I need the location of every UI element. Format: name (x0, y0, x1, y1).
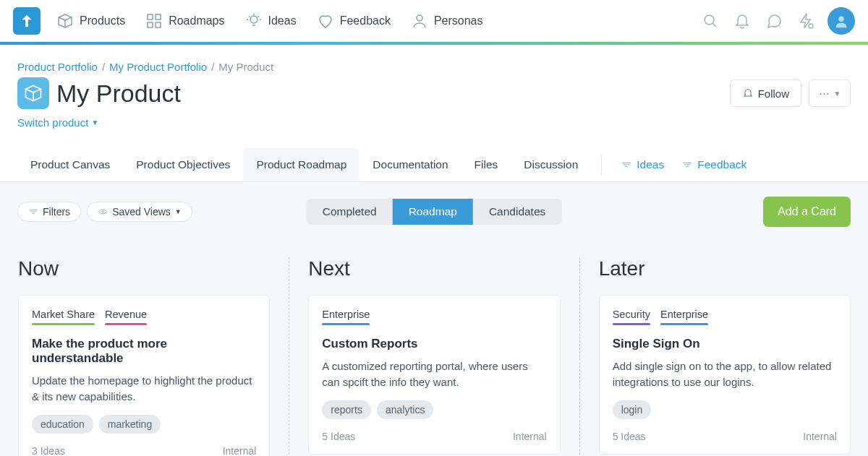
svg-point-6 (705, 15, 714, 25)
breadcrumb-mid[interactable]: My Product Portfolio (109, 61, 207, 73)
column-next: Next Enterprise Custom Reports A customi… (289, 257, 560, 456)
card-title: Single Sign On (613, 337, 837, 351)
label-text: Enterprise (660, 309, 708, 320)
switch-label: Switch product (17, 116, 88, 129)
nav-ideas[interactable]: Ideas (245, 12, 297, 30)
filter-icon (681, 160, 693, 169)
filter-icon (28, 207, 38, 216)
more-button[interactable]: ⋯ ▼ (809, 79, 851, 107)
nav-items: Products Roadmaps Ideas Feedback Persona… (56, 12, 483, 30)
card-labels: Security Enterprise (613, 309, 837, 325)
label-text: Revenue (105, 309, 147, 320)
column-now: Now Market Share Revenue Make the produc… (17, 257, 270, 456)
page-header: Product Portfolio / My Product Portfolio… (0, 45, 868, 129)
nav-products[interactable]: Products (56, 12, 125, 30)
avatar-icon (833, 13, 849, 29)
card-label: Security (613, 309, 650, 325)
switch-product-link[interactable]: Switch product ▼ (17, 116, 98, 129)
toolbar: Filters Saved Views ▼ Completed Roadmap … (17, 197, 851, 227)
card-visibility: Internal (223, 445, 257, 457)
nav-feedback[interactable]: Feedback (317, 12, 391, 30)
roadmap-card[interactable]: Enterprise Custom Reports A customized r… (308, 295, 560, 455)
roadmap-columns: Now Market Share Revenue Make the produc… (17, 257, 851, 456)
svg-point-5 (417, 15, 422, 21)
filters-label: Filters (43, 206, 70, 218)
tag[interactable]: reports (322, 400, 371, 419)
label-underline (322, 323, 370, 325)
nav-label: Ideas (268, 14, 297, 27)
tab-discussion[interactable]: Discussion (511, 148, 591, 181)
caret-down-icon: ▼ (175, 208, 182, 215)
card-title: Custom Reports (322, 337, 546, 351)
tabs-row: Product Canvas Product Objectives Produc… (0, 148, 868, 182)
tab-product-objectives[interactable]: Product Objectives (123, 148, 243, 181)
tab-product-canvas[interactable]: Product Canvas (17, 148, 123, 181)
card-visibility: Internal (513, 431, 547, 442)
chat-button[interactable] (764, 11, 784, 31)
tag[interactable]: education (32, 415, 93, 434)
card-labels: Market Share Revenue (32, 309, 256, 325)
box-icon (23, 83, 43, 103)
nav-label: Personas (434, 14, 483, 27)
add-card-button[interactable]: Add a Card (763, 197, 851, 227)
tab-separator (601, 155, 602, 174)
user-avatar[interactable] (827, 7, 855, 35)
breadcrumb-root[interactable]: Product Portfolio (17, 61, 98, 73)
tag[interactable]: marketing (99, 415, 161, 434)
card-label: Enterprise (660, 309, 708, 325)
breadcrumb-sep: / (211, 61, 214, 73)
saved-views-label: Saved Views (112, 206, 171, 218)
tag[interactable]: analytics (377, 400, 433, 419)
svg-point-7 (809, 24, 813, 28)
card-tags: login (613, 400, 837, 419)
card-desc: A customized reporting portal, where use… (322, 358, 546, 390)
tab-files[interactable]: Files (461, 148, 511, 181)
notifications-button[interactable] (732, 11, 752, 31)
page-title: My Product (56, 79, 181, 108)
saved-views-pill[interactable]: Saved Views ▼ (87, 202, 192, 222)
card-label: Revenue (105, 309, 147, 325)
label-underline (613, 323, 650, 325)
search-icon (702, 12, 719, 30)
svg-rect-0 (148, 14, 153, 20)
roadmap-card[interactable]: Security Enterprise Single Sign On Add s… (599, 295, 851, 455)
label-underline (32, 323, 95, 325)
breadcrumb: Product Portfolio / My Product Portfolio… (17, 61, 851, 73)
card-footer: 5 Ideas Internal (322, 431, 546, 442)
nav-roadmaps[interactable]: Roadmaps (145, 12, 224, 30)
tag[interactable]: login (613, 400, 652, 419)
card-labels: Enterprise (322, 309, 546, 325)
card-tags: education marketing (32, 415, 256, 434)
app-logo[interactable] (13, 7, 41, 35)
dots-icon: ⋯ (819, 87, 830, 100)
tab-link-feedback[interactable]: Feedback (673, 148, 755, 181)
activity-button[interactable] (796, 11, 816, 31)
caret-down-icon: ▼ (834, 90, 841, 98)
column-title: Next (308, 257, 560, 280)
tab-link-ideas[interactable]: Ideas (612, 148, 673, 181)
svg-point-9 (102, 211, 103, 212)
breadcrumb-sep: / (102, 61, 105, 73)
title-row: My Product Follow ⋯ ▼ (17, 77, 851, 109)
svg-point-8 (838, 16, 843, 21)
tab-documentation[interactable]: Documentation (359, 148, 461, 181)
chat-icon (765, 12, 783, 30)
nav-personas[interactable]: Personas (411, 12, 483, 30)
segment-candidates[interactable]: Candidates (473, 199, 561, 225)
follow-button[interactable]: Follow (730, 79, 801, 107)
search-button[interactable] (700, 11, 720, 31)
segment-roadmap[interactable]: Roadmap (393, 199, 473, 225)
label-underline (660, 323, 708, 325)
column-title: Later (599, 257, 851, 280)
bell-icon (733, 12, 751, 30)
filters-pill[interactable]: Filters (17, 202, 81, 222)
tab-product-roadmap[interactable]: Product Roadmap (243, 148, 359, 181)
roadmap-card[interactable]: Market Share Revenue Make the product mo… (18, 295, 270, 456)
arrow-up-icon (19, 13, 35, 29)
nav-label: Products (80, 14, 125, 27)
card-desc: Update the homepage to highlight the pro… (32, 373, 256, 405)
segment-completed[interactable]: Completed (307, 199, 393, 225)
card-visibility: Internal (803, 431, 837, 442)
heart-icon (317, 12, 334, 30)
column-title: Now (18, 257, 270, 280)
